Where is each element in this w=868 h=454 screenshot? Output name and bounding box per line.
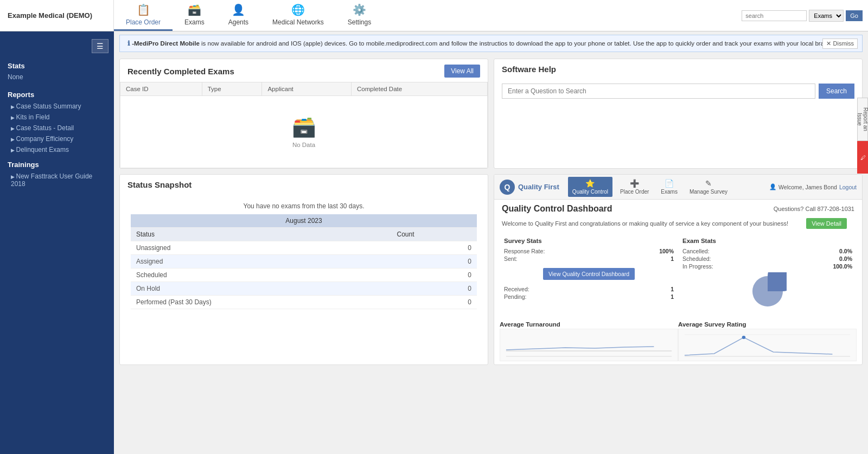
dismiss-button[interactable]: ✕ Dismiss [822,39,858,49]
survey-stats-box: Survey Stats Response Rate: 100% Sent: 1… [500,234,678,316]
exam-cancelled-label: Cancelled: [682,248,710,254]
avg-survey-rating-chart: Feedback [678,329,857,361]
info-icon: ℹ [127,40,130,47]
sidebar-item-delinquent-exams[interactable]: Delinquent Exams [0,144,114,155]
qc-logout-link[interactable]: Logout [839,184,857,190]
survey-stat-received: Received: 1 [504,285,674,293]
avg-turnaround-box: Average Turnaround Turnaround [500,319,678,361]
info-banner: ℹ -MediPro Direct Mobile is now availabl… [119,35,863,52]
exam-stat-inprogress: In Progress: 100.0% [682,263,852,270]
qc-welcome-user: 👤 [769,183,776,190]
month-header-row: August 2023 [131,214,477,228]
qc-welcome-text: Welcome, James Bond [778,184,837,190]
qc-nav: Q Quality First ⭐ Quality Control ➕ Plac… [494,175,862,200]
sidebar-item-fasttrack-guide[interactable]: New Fasttrack User Guide 2018 [0,171,114,189]
qc-quality-control-icon: ⭐ [585,179,595,188]
qc-nav-manage-survey[interactable]: ✎ Manage Survey [685,177,732,197]
qc-nav-exams[interactable]: 📄 Exams [656,177,682,197]
month-header-cell: August 2023 [131,214,477,228]
qc-logo: Q Quality First [500,180,559,195]
svg-point-5 [742,336,746,339]
qc-nav-manage-survey-label: Manage Survey [690,189,727,195]
qc-pie-chart-area [682,270,852,312]
exams-icon: 🗃️ [188,3,201,16]
survey-stat-response: Response Rate: 100% [504,247,674,255]
nav-medical-networks[interactable]: 🌐 Medical Networks [260,0,336,31]
help-search-input[interactable] [502,84,815,99]
table-row: Scheduled 0 [131,268,477,282]
exam-stat-cancelled: Cancelled: 0.0% [682,247,852,255]
no-data-row: 🗃️ No Data [120,96,488,168]
exam-stats-title: Exam Stats [682,238,852,244]
qc-view-detail-button[interactable]: View Detail [806,218,847,229]
status-unassigned: Unassigned [131,241,391,255]
sidebar-item-kits-in-field[interactable]: Kits in Field [0,112,114,123]
status-scheduled: Scheduled [131,268,391,282]
view-quality-control-dashboard-button[interactable]: View Quality Control Dashboard [543,268,635,280]
sidebar-item-case-status-summary[interactable]: Case Status Summary [0,101,114,112]
no-data-icon: 🗃️ [292,116,316,138]
main-layout: ☰ Stats None Reports Case Status Summary… [0,31,868,454]
stats-section-title: Stats [0,57,114,72]
qc-welcome-msg: Welcome to Quality First and congratulat… [502,218,788,229]
qc-dashboard-title: Quality Control Dashboard [502,204,612,214]
qc-manage-survey-icon: ✎ [705,179,712,188]
exam-cancelled-value: 0.0% [839,248,852,254]
qc-panel: Q Quality First ⭐ Quality Control ➕ Plac… [494,174,863,365]
exam-stat-scheduled: Scheduled: 0.0% [682,255,852,263]
count-assigned: 0 [391,255,477,268]
status-snapshot-card: Status Snapshot You have no exams from t… [119,174,488,365]
survey-response-label: Response Rate: [504,248,545,254]
rating-chart-svg [679,329,856,361]
turnaround-chart-svg [500,329,678,361]
edit-icon-button[interactable]: 🖊 [857,141,868,174]
recently-completed-header: Recently Completed Exams View All [120,59,488,82]
nav-place-order[interactable]: 📋 Place Order [114,0,173,31]
sidebar: ☰ Stats None Reports Case Status Summary… [0,31,114,454]
nav-exams[interactable]: 🗃️ Exams [173,0,216,31]
col-status-header: Status [131,228,391,241]
recently-completed-card: Recently Completed Exams View All Case I… [119,59,488,169]
qc-nav-place-order[interactable]: ➕ Place Order [616,177,653,197]
nav-items: 📋 Place Order 🗃️ Exams 👤 Agents 🌐 Medica… [114,0,736,31]
qc-nav-right: 👤 Welcome, James Bond Logout [769,183,857,190]
exam-inprogress-label: In Progress: [682,263,713,270]
qc-dashboard-header: Quality Control Dashboard Questions? Cal… [494,200,862,216]
nav-settings[interactable]: ⚙️ Settings [336,0,383,31]
help-search-button[interactable]: Search [819,84,854,99]
recently-completed-title: Recently Completed Exams [127,67,234,76]
col-header-row: Status Count [131,228,477,241]
top-search-input[interactable] [742,10,807,21]
survey-pending-value: 1 [671,293,674,300]
top-search-go-button[interactable]: Go [846,10,863,21]
table-row: On Hold 0 [131,282,477,296]
qc-nav-quality-control-label: Quality Control [572,189,608,195]
view-all-button[interactable]: View All [444,65,480,78]
status-performed: Performed (Past 30 Days) [131,296,391,309]
survey-stat-sent: Sent: 1 [504,255,674,263]
sidebar-item-case-status-detail[interactable]: Case Status - Detail [0,123,114,133]
software-help-title: Software Help [502,65,556,74]
avg-survey-rating-title: Average Survey Rating [678,319,857,329]
survey-response-value: 100% [659,248,674,254]
survey-received-label: Received: [504,286,529,292]
qc-view-ctrl-btn-area: View Quality Control Dashboard [504,265,674,283]
medical-networks-icon: 🌐 [291,3,305,16]
sidebar-item-company-efficiency[interactable]: Company Efficiency [0,133,114,144]
nav-agents[interactable]: 👤 Agents [216,0,260,31]
top-search-dropdown[interactable]: Exams [809,10,844,22]
qc-phone: Questions? Call 877-208-1031 [774,206,854,212]
info-brand-name: -MediPro Direct Mobile [132,40,200,47]
table-row: Unassigned 0 [131,241,477,255]
report-buttons: Report an Issue 🖊 [857,98,868,174]
place-order-icon: 📋 [137,3,150,16]
col-count-header: Count [391,228,477,241]
qc-nav-quality-control[interactable]: ⭐ Quality Control [568,177,612,197]
survey-pending-label: Pending: [504,293,526,300]
report-issue-button[interactable]: Report an Issue [857,98,868,141]
trainings-section-title: Trainings [0,155,114,171]
sidebar-toggle-button[interactable]: ☰ [92,39,108,53]
qc-place-order-icon: ➕ [630,179,639,188]
table-row: Performed (Past 30 Days) 0 [131,296,477,309]
settings-icon: ⚙️ [353,3,366,16]
